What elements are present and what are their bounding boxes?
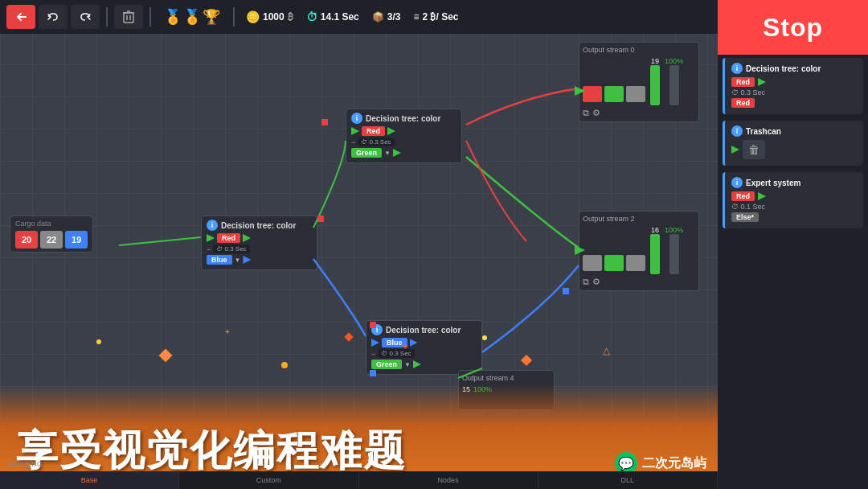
- timer-stat: ⏱ 14.1 Sec: [306, 10, 359, 23]
- tab-base[interactable]: Base: [0, 471, 179, 489]
- output-bar-2-0: [669, 65, 679, 105]
- minus-icon-top[interactable]: −: [351, 138, 355, 146]
- color-red-top: Red: [362, 126, 385, 136]
- output-bar-fill-0: [650, 65, 660, 105]
- node-header-top: i Decision tree: color: [351, 113, 457, 124]
- undo-button[interactable]: [39, 5, 68, 29]
- block-gray-0: [626, 86, 645, 102]
- divider-1: [106, 7, 108, 27]
- right-color-red-1: Red: [731, 77, 755, 87]
- output-label-2: Output stream 2: [583, 215, 695, 223]
- color-red-mid: Red: [217, 233, 240, 243]
- minus-icon-bot[interactable]: −: [371, 350, 375, 358]
- stop-button[interactable]: Stop: [718, 0, 868, 55]
- wechat-label: 二次元岛屿: [642, 455, 706, 472]
- color-blue-bot: Blue: [382, 338, 407, 347]
- coin-stat: 🪙 1000 ₿: [246, 10, 293, 23]
- right-node-trash-header: i Trashcan: [731, 125, 857, 137]
- node-row-red-mid: Red: [207, 233, 312, 243]
- coin-symbol: ₿: [288, 11, 293, 23]
- dropdown-icon-mid: ▼: [235, 257, 241, 264]
- output-label-0: Output stream 0: [583, 46, 695, 54]
- settings-icon-2[interactable]: ⚙: [592, 277, 600, 287]
- cargo-num-3: 19: [65, 231, 88, 249]
- timer-top: ⏱ 0.3 Sec: [358, 138, 394, 146]
- right-timer-expert: ⏱ 0.1 Sec: [731, 203, 765, 211]
- cargo-numbers: 20 22 19: [15, 231, 88, 249]
- medals: 🏅 🏅 🏆: [164, 8, 220, 26]
- particle-6: △: [603, 345, 610, 356]
- right-node-trash: i Trashcan 🗑: [723, 121, 863, 166]
- node-title-top: Decision tree: color: [366, 114, 440, 123]
- color-green-top: Green: [351, 148, 382, 158]
- node-row-timer-mid: − ⏱ 0.3 Sec: [207, 244, 312, 253]
- port-left-mid: [207, 234, 215, 242]
- timer-icon: ⏱: [306, 10, 317, 23]
- tab-nodes[interactable]: Nodes: [359, 471, 538, 489]
- timer-value: 14.1 Sec: [321, 11, 359, 23]
- block-2-2: [604, 255, 624, 271]
- node-header-bot: i Decision tree: color: [371, 324, 477, 335]
- delete-button[interactable]: [114, 5, 143, 29]
- tab-custom[interactable]: Custom: [179, 471, 358, 489]
- port-right-blue-bot: [410, 339, 418, 347]
- coin-icon: 🪙: [246, 10, 260, 23]
- right-info-icon-trash: i: [731, 125, 743, 137]
- block-green-0: [604, 86, 624, 102]
- right-timer-1: ⏱ 0.3 Sec: [731, 88, 765, 97]
- rate-stat: ≡ 2 ₿/ Sec: [413, 11, 458, 23]
- right-node-trash-row: 🗑: [731, 140, 857, 159]
- svg-rect-5: [321, 119, 328, 125]
- rg-label: RG/GB/RG: [6, 460, 43, 468]
- right-color-red2-1: Red: [731, 98, 755, 108]
- right-port-trash: [731, 146, 739, 154]
- right-node-expert-header: i Expert system: [731, 177, 857, 188]
- node-row-blue-mid: Blue ▼: [207, 255, 312, 265]
- output-icons-0: ⧉ ⚙: [583, 108, 695, 118]
- port-right-red-top: [387, 127, 395, 135]
- info-icon-top: i: [351, 113, 362, 124]
- medal-2: 🏅: [183, 8, 201, 26]
- right-node-1-row-timer: ⏱ 0.3 Sec: [731, 88, 857, 97]
- output-percent-2: 100%: [665, 226, 683, 234]
- port-right-green-top: [393, 149, 401, 157]
- particle-2: [281, 362, 288, 368]
- decision-tree-mid: i Decision tree: color Red − ⏱ 0.3 Sec B…: [201, 216, 317, 270]
- right-node-1-header: i Decision tree: color: [731, 63, 857, 74]
- node-title-mid: Decision tree: color: [221, 221, 296, 230]
- decision-tree-bot: i Decision tree: color Blue − ⏱ 0.3 Sec …: [366, 320, 482, 375]
- settings-icon-0[interactable]: ⚙: [592, 108, 600, 118]
- node-header-mid: i Decision tree: color: [207, 220, 312, 231]
- back-button[interactable]: [6, 5, 35, 29]
- block-3-2: [626, 255, 645, 271]
- right-color-else-expert: Else*: [731, 212, 759, 222]
- layers-icon-2[interactable]: ⧉: [583, 277, 589, 287]
- output-count-0: 19: [651, 57, 659, 65]
- color-blue-mid: Blue: [207, 255, 232, 265]
- divider-3: [233, 7, 235, 27]
- particle-5: [96, 339, 101, 344]
- output-blocks-0: [583, 86, 645, 102]
- particle-9: [482, 335, 487, 340]
- layers-icon-0[interactable]: ⧉: [583, 108, 589, 118]
- redo-button[interactable]: [71, 5, 100, 29]
- output-stream-0: Output stream 0 19 100% ⧉ ⚙: [579, 42, 699, 122]
- node-row-green-top: Green ▼: [351, 148, 457, 158]
- minus-icon-mid[interactable]: −: [207, 245, 211, 253]
- port-left-top: [351, 127, 359, 135]
- tab-dll[interactable]: DLL: [538, 471, 718, 489]
- node-row-timer-bot: − ⏱ 0.3 Sec: [371, 349, 477, 358]
- toolbar: 🏅 🏅 🏆 🪙 1000 ₿ ⏱ 14.1 Sec 📦 3/3 ≡ 2 ₿/ S…: [0, 0, 718, 34]
- right-node-1-row-red: Red: [731, 77, 857, 87]
- boxes-value: 3/3: [387, 11, 401, 23]
- node-row-blue-bot: Blue: [371, 338, 477, 347]
- port-right-green-bot: [413, 360, 421, 368]
- cargo-data-box: Cargo data 20 22 19: [10, 216, 93, 253]
- port-left-bot: [371, 339, 379, 347]
- output-label-4: Output stream 4: [462, 374, 551, 382]
- trash-icon-box: 🗑: [743, 140, 765, 159]
- divider-2: [149, 7, 151, 27]
- block-red-0: [583, 86, 602, 102]
- info-icon-mid: i: [207, 220, 218, 231]
- svg-rect-6: [317, 216, 324, 222]
